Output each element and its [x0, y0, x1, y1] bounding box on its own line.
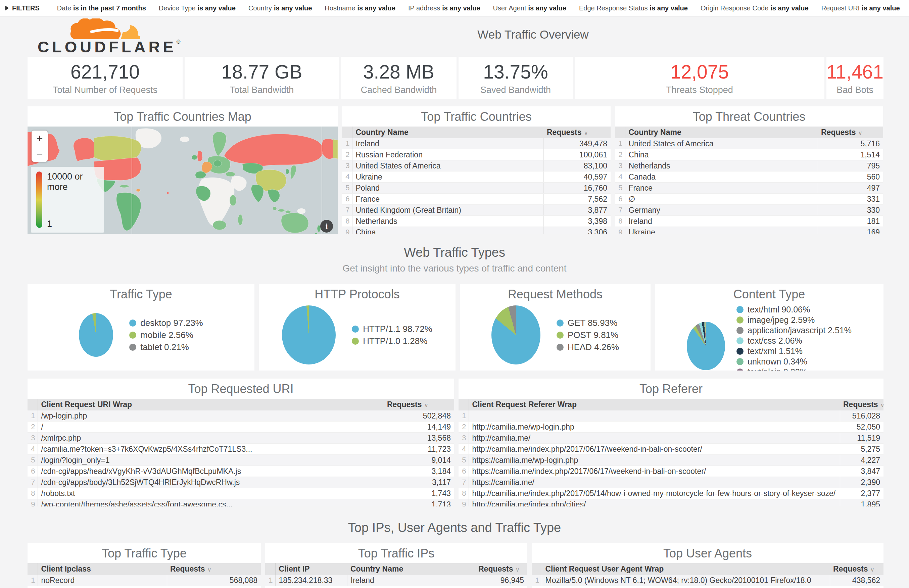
filter-item[interactable]: IP addressis any value	[408, 4, 480, 12]
column-header-requests[interactable]: Requests∨	[840, 399, 883, 410]
requests-cell: 795	[818, 160, 883, 171]
pie-legend: desktop 97.23% mobile 2.56% tablet 0.21%	[129, 316, 203, 354]
uri-cell: /camilia.me?token=s3+7k6XQvKwzp5/4XSs4rh…	[37, 444, 384, 455]
column-header-uri[interactable]: Client Request URI Wrap	[37, 399, 384, 410]
table-row: 1 /wp-login.php 502,848	[27, 410, 454, 422]
country-name-cell: United Kingdom (Great Britain)	[352, 205, 544, 216]
filter-item[interactable]: Dateis in the past 7 months	[57, 4, 146, 12]
country-name-cell: Ukraine	[625, 227, 818, 234]
column-header-referer[interactable]: Client Request Referer Wrap	[468, 399, 840, 410]
country-name-cell: Ireland	[352, 138, 544, 149]
uri-cell: /robots.txt	[37, 488, 384, 499]
filters-toggle[interactable]: FILTERS	[5, 4, 40, 12]
table-row: 6 /cdn-cgi/apps/head/xVgyKhR-vV3dAUGhMqf…	[27, 466, 454, 477]
table-row: 8 http://camilia.me/index.php/2017/05/14…	[459, 488, 883, 499]
requests-cell: 331	[818, 194, 883, 205]
top-traffic-ips-panel: Top Traffic IPs Client IP Country Name R…	[265, 543, 527, 588]
column-header-requests[interactable]: Requests∨	[384, 399, 454, 410]
table-row: 7 United Kingdom (Great Britain) 3,877	[342, 205, 610, 216]
row-index: 1	[459, 410, 468, 422]
row-index: 8	[459, 488, 468, 499]
requests-cell: 3,306	[544, 227, 610, 234]
legend-dot-icon	[129, 320, 136, 326]
requests-cell: 11,519	[840, 433, 883, 444]
section-subtitle: Get insight into the various types of tr…	[0, 263, 909, 274]
zoom-out-button[interactable]: −	[32, 146, 48, 162]
requests-cell: 497	[818, 183, 883, 194]
country-name-cell: Ukraine	[352, 171, 544, 183]
column-header-country[interactable]: Country Name	[352, 126, 544, 138]
row-index: 5	[342, 183, 352, 194]
referer-cell: http://camilia.me/	[468, 433, 840, 444]
table-row: 1 185.234.218.33 Ireland 96,945	[265, 575, 527, 586]
request-methods-pie-chart	[491, 305, 541, 365]
legend-dot-icon	[736, 368, 744, 370]
column-header-ipclass[interactable]: Client Ipclass	[37, 563, 167, 575]
filter-item[interactable]: User Agentis any value	[493, 4, 566, 12]
requests-cell: 13,568	[384, 433, 454, 444]
map-info-icon[interactable]: i	[320, 220, 333, 233]
column-header-requests[interactable]: Requests∨	[818, 126, 883, 138]
column-header-requests[interactable]: Requests∨	[475, 563, 527, 575]
column-header-requests[interactable]: Requests∨	[830, 563, 883, 575]
filter-field-name: User Agent	[493, 4, 526, 12]
filter-item[interactable]: Origin Response Codeis any value	[701, 4, 809, 12]
legend-dot-icon	[736, 306, 744, 313]
column-header-user-agent[interactable]: Client Request User Agent Wrap	[542, 563, 830, 575]
table-row: 9 China 3,306	[342, 227, 610, 234]
requests-cell: 7,562	[544, 194, 610, 205]
legend-dot-icon	[736, 327, 744, 334]
legend-dot-icon	[352, 338, 359, 345]
panel-title: HTTP Protocols	[259, 284, 455, 304]
map-zoom-control: + −	[32, 131, 48, 162]
table-row: 5 https://camilia.me/wp-login.php 4,227	[459, 455, 883, 466]
requests-cell: 100,061	[544, 149, 610, 160]
panel-title: Top User Agents	[532, 543, 883, 563]
filter-item[interactable]: Hostnameis any value	[325, 4, 396, 12]
column-header-client-ip[interactable]: Client IP	[275, 563, 347, 575]
filter-field-name: Request URI	[822, 4, 860, 12]
map-gradient-bar	[36, 171, 42, 228]
row-index: 3	[27, 433, 37, 444]
legend-item: text/xml 1.51%	[736, 346, 852, 356]
column-header-requests[interactable]: Requests∨	[544, 126, 610, 138]
row-index: 9	[342, 227, 352, 234]
column-header-country[interactable]: Country Name	[625, 126, 818, 138]
panel-title: Content Type	[655, 284, 883, 304]
filter-item[interactable]: Edge Response Statusis any value	[579, 4, 688, 12]
requests-cell: 3,877	[544, 205, 610, 216]
column-header-country[interactable]: Country Name	[347, 563, 475, 575]
filter-value: is any value	[357, 4, 396, 12]
referer-cell: http://camilia.me/index.php/cities/	[468, 499, 840, 507]
row-index: 4	[342, 171, 352, 183]
filter-item[interactable]: Request URIis any value	[822, 4, 900, 12]
zoom-in-button[interactable]: +	[32, 131, 48, 146]
legend-item: GET 85.93%	[557, 318, 619, 328]
requests-cell: 5,716	[818, 138, 883, 149]
sort-desc-icon: ∨	[858, 130, 862, 136]
requests-cell: 83,100	[544, 160, 610, 171]
legend-item: mobile 2.56%	[129, 330, 203, 340]
table-row: 4 Ukraine 40,597	[342, 171, 610, 183]
row-index: 3	[615, 160, 625, 171]
ips-uas-section-header: Top IPs, User Agents and Traffic Type	[0, 520, 909, 535]
map-color-legend: 10000 or more 1	[31, 167, 104, 233]
filter-item[interactable]: Device Typeis any value	[159, 4, 236, 12]
traffic-map-panel: Top Traffic Countries Map	[27, 107, 338, 234]
pie-legend: HTTP/1.1 98.72% HTTP/1.0 1.28%	[352, 322, 432, 348]
requests-cell: 349,478	[544, 138, 610, 149]
sort-desc-icon: ∨	[870, 567, 874, 573]
table-row: 8 Ireland 181	[615, 216, 883, 227]
world-choropleth-map[interactable]: + − 10000 or more 1 i	[27, 126, 338, 234]
country-name-cell: Netherlands	[352, 216, 544, 227]
column-header-requests[interactable]: Requests∨	[167, 563, 261, 575]
row-index: 6	[27, 466, 37, 477]
index-column-header	[459, 399, 468, 410]
section-title: Web Traffic Types	[0, 246, 909, 260]
stats-row: 621,710 Total Number of Requests 18.77 G…	[0, 57, 909, 99]
row-index: 7	[27, 477, 37, 488]
table-row: 1 noRecord 568,088	[27, 575, 261, 586]
country-name-cell: Netherlands	[625, 160, 818, 171]
stat-card: 12,075 Threats Stopped	[575, 57, 824, 99]
filter-item[interactable]: Countryis any value	[249, 4, 312, 12]
